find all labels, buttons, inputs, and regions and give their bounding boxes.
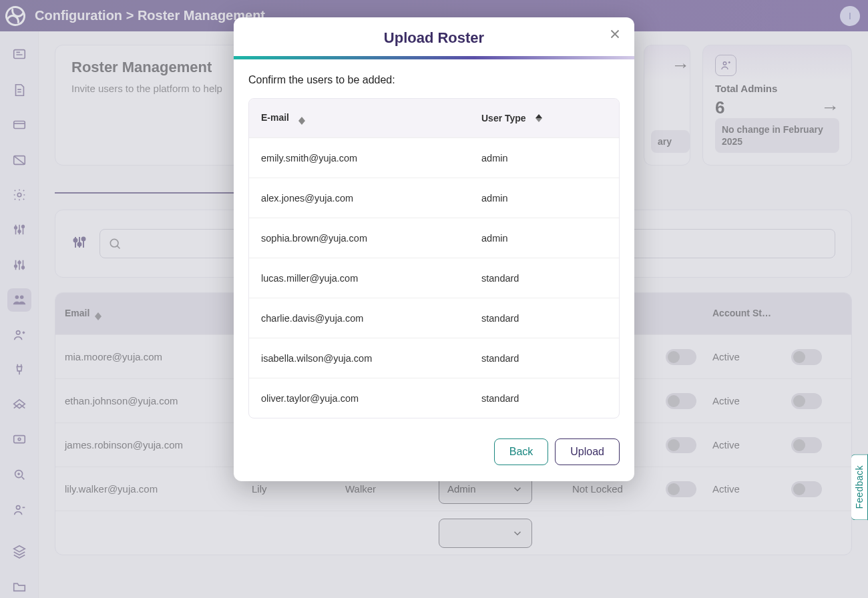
sort-icon[interactable] — [298, 117, 305, 125]
modal-title: Upload Roster — [234, 29, 634, 47]
uth-type[interactable]: User Type — [481, 113, 526, 123]
upload-row: lucas.miller@yuja.comstandard — [249, 258, 619, 298]
ucell-type: standard — [469, 393, 619, 404]
upload-row: sophia.brown@yuja.comadmin — [249, 218, 619, 258]
ucell-email: sophia.brown@yuja.com — [249, 233, 469, 244]
back-button[interactable]: Back — [494, 438, 549, 465]
feedback-tab[interactable]: Feedback — [851, 454, 868, 520]
sort-icon[interactable] — [535, 114, 542, 122]
upload-row: isabella.wilson@yuja.comstandard — [249, 338, 619, 378]
ucell-type: admin — [469, 193, 619, 204]
upload-row: alex.jones@yuja.comadmin — [249, 178, 619, 218]
upload-roster-modal: Upload Roster Confirm the users to be ad… — [234, 17, 634, 481]
close-button[interactable] — [608, 27, 622, 41]
ucell-email: lucas.miller@yuja.com — [249, 273, 469, 284]
ucell-type: standard — [469, 313, 619, 324]
ucell-email: isabella.wilson@yuja.com — [249, 353, 469, 364]
ucell-email: charlie.davis@yuja.com — [249, 313, 469, 324]
ucell-type: standard — [469, 273, 619, 284]
close-icon — [608, 27, 622, 41]
upload-row: oliver.taylor@yuja.comstandard — [249, 378, 619, 418]
ucell-email: alex.jones@yuja.com — [249, 193, 469, 204]
modal-subtitle: Confirm the users to be added: — [248, 74, 620, 86]
ucell-type: admin — [469, 233, 619, 244]
ucell-type: admin — [469, 153, 619, 164]
ucell-email: oliver.taylor@yuja.com — [249, 393, 469, 404]
upload-table-header: E-mail User Type — [249, 99, 619, 137]
upload-table: E-mail User Type emily.smith@yuja.comadm… — [248, 98, 620, 418]
upload-row: charlie.davis@yuja.comstandard — [249, 298, 619, 338]
ucell-email: emily.smith@yuja.com — [249, 153, 469, 164]
ucell-type: standard — [469, 353, 619, 364]
uth-email[interactable]: E-mail — [261, 112, 289, 123]
upload-row: emily.smith@yuja.comadmin — [249, 137, 619, 178]
upload-button[interactable]: Upload — [555, 438, 620, 465]
